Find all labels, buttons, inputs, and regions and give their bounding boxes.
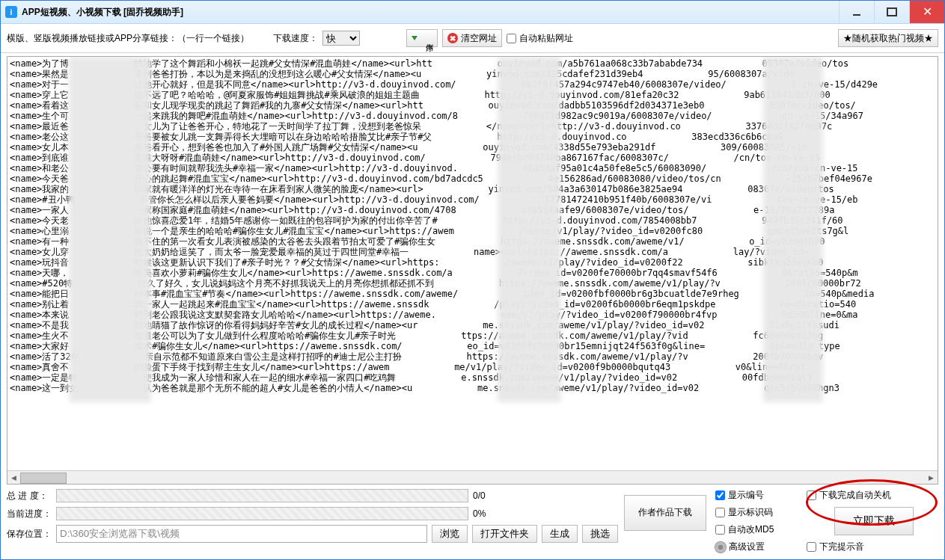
auto-md5-input[interactable] [715, 525, 725, 535]
done-sound-label: 下完提示音 [819, 541, 864, 553]
done-sound-input[interactable] [807, 542, 816, 552]
total-progress-value: 0/0 [473, 490, 501, 501]
speed-label: 下载速度： [273, 32, 318, 45]
scroll-right-arrow[interactable]: ▶ [925, 471, 938, 484]
clear-label: 清空网址 [461, 32, 497, 45]
current-progress-value: 0% [473, 508, 501, 519]
random-hot-button[interactable]: ★随机获取热门视频★ [838, 29, 938, 47]
shutdown-after-label: 下载完成自动关机 [819, 489, 891, 502]
save-path-input[interactable] [56, 525, 427, 543]
current-progress-bar [56, 507, 468, 520]
url-list[interactable]: <name>为了博 特地学了这个舞蹈和小棉袄一起跳#父女情深#混血萌娃</nam… [7, 57, 938, 470]
toolbar: 横版、竖版视频播放链接或APP分享链接：（一行一个链接） 下载速度： 快 倒序 … [1, 24, 944, 53]
autopaste-checkbox[interactable]: 自动粘贴网址 [507, 32, 573, 45]
show-index-checkbox[interactable]: 显示编号 [715, 489, 798, 502]
shutdown-after-input[interactable] [807, 490, 816, 500]
sort-button[interactable]: 倒序 [406, 29, 438, 47]
horizontal-scrollbar[interactable]: ◀ ▶ [7, 470, 938, 484]
advanced-settings-link[interactable]: 高级设置 [715, 541, 798, 553]
autopaste-input[interactable] [507, 34, 516, 43]
shutdown-after-checkbox[interactable]: 下载完成自动关机 [807, 489, 941, 502]
scroll-left-arrow[interactable]: ◀ [7, 471, 20, 484]
link-hint-label: 横版、竖版视频播放链接或APP分享链接：（一行一个链接） [7, 32, 249, 45]
autopaste-label: 自动粘贴网址 [519, 32, 573, 45]
redaction-overlay [763, 57, 823, 402]
show-token-checkbox[interactable]: 显示标识码 [715, 506, 798, 519]
url-list-box: <name>为了博 特地学了这个舞蹈和小棉袄一起跳#父女情深#混血萌娃</nam… [7, 56, 938, 484]
maximize-button[interactable] [874, 1, 909, 23]
show-index-label: 显示编号 [728, 489, 764, 502]
auto-md5-label: 自动改MD5 [728, 523, 774, 536]
current-progress-label: 当前进度： [7, 508, 52, 520]
random-hot-label: ★随机获取热门视频★ [843, 32, 933, 45]
sort-desc-icon [412, 33, 422, 43]
clear-icon: ✖ [447, 33, 458, 43]
show-token-label: 显示标识码 [728, 506, 773, 519]
advanced-label: 高级设置 [729, 541, 765, 553]
titlebar: i APP短视频、小视频下载 [固乔视频助手] ✕ [1, 1, 944, 24]
window-title: APP短视频、小视频下载 [固乔视频助手] [22, 6, 839, 19]
done-sound-checkbox[interactable]: 下完提示音 [807, 541, 941, 553]
download-now-button[interactable]: 立即下载 [834, 507, 914, 535]
open-folder-button[interactable]: 打开文件夹 [472, 525, 537, 543]
generate-button[interactable]: 生成 [542, 525, 578, 543]
save-path-label: 保存位置： [7, 528, 52, 541]
scroll-thumb[interactable] [20, 473, 67, 484]
app-icon: i [5, 6, 17, 18]
show-index-input[interactable] [715, 490, 725, 500]
show-token-input[interactable] [715, 508, 725, 517]
author-works-button[interactable]: 作者作品下载 [624, 495, 706, 531]
total-progress-bar [56, 489, 468, 502]
redaction-overlay [498, 57, 561, 402]
gear-icon [715, 542, 726, 553]
filter-button[interactable]: 挑选 [582, 525, 618, 543]
browse-button[interactable]: 浏览 [432, 525, 468, 543]
auto-md5-checkbox[interactable]: 自动改MD5 [715, 523, 798, 536]
clear-urls-button[interactable]: ✖ 清空网址 [442, 29, 502, 47]
minimize-button[interactable] [839, 1, 874, 23]
redaction-overlay [69, 57, 151, 402]
total-progress-label: 总 进 度： [7, 490, 52, 502]
speed-select[interactable]: 快 [322, 31, 360, 46]
close-button[interactable]: ✕ [909, 1, 944, 23]
